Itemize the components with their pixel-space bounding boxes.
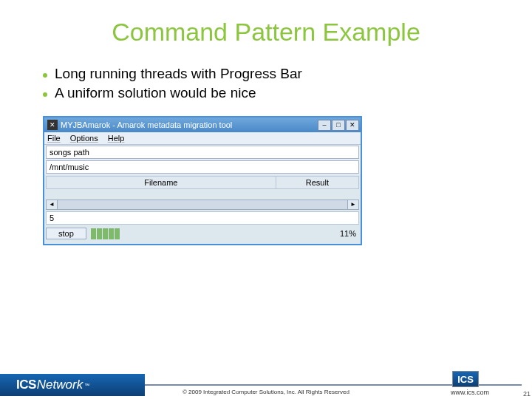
table-header: Filename Result <box>46 176 359 189</box>
menu-options[interactable]: Options <box>70 134 98 143</box>
page-number: 21 <box>523 390 531 398</box>
titlebar: ✕ MYJBAmarok - Amarok metadata migration… <box>44 117 361 132</box>
bullet-dot-icon <box>43 92 47 97</box>
bullet-dot-icon <box>43 73 47 78</box>
bullet-text: Long running threads with Progress Bar <box>55 66 302 82</box>
scroll-track[interactable] <box>58 200 347 210</box>
bullet-list: Long running threads with Progress Bar A… <box>43 66 532 101</box>
songs-path-label-input[interactable] <box>46 146 359 159</box>
column-result: Result <box>276 177 358 188</box>
scroll-left-icon[interactable]: ◄ <box>46 200 58 210</box>
stop-button[interactable]: stop <box>46 228 86 239</box>
horizontal-scrollbar[interactable]: ◄ ► <box>46 200 359 210</box>
app-window: ✕ MYJBAmarok - Amarok metadata migration… <box>43 116 362 245</box>
progress-percent: 11% <box>340 229 356 238</box>
bullet-item: Long running threads with Progress Bar <box>43 66 532 82</box>
minimize-button[interactable]: – <box>318 120 331 131</box>
footer-url: www.ics.com <box>451 389 489 396</box>
progress-bar <box>91 228 335 239</box>
app-icon: ✕ <box>47 120 58 130</box>
menubar: File Options Help <box>44 132 361 145</box>
scroll-right-icon[interactable]: ► <box>347 200 359 210</box>
count-display: 5 <box>46 211 359 225</box>
songs-path-input[interactable] <box>46 160 359 174</box>
maximize-button[interactable]: □ <box>332 120 345 131</box>
menu-help[interactable]: Help <box>108 134 125 143</box>
menu-file[interactable]: File <box>47 134 61 143</box>
slide-title: Command Pattern Example <box>0 0 532 47</box>
close-button[interactable]: ✕ <box>346 120 359 131</box>
column-filename: Filename <box>47 177 276 188</box>
ics-badge-logo: ICS <box>452 371 479 387</box>
bullet-text: A uniform solution would be nice <box>55 85 256 101</box>
trademark-icon: ™ <box>84 383 89 388</box>
window-title: MYJBAmarok - Amarok metadata migration t… <box>61 120 317 129</box>
bullet-item: A uniform solution would be nice <box>43 85 532 101</box>
slide-footer: ICSNetwork™ © 2009 Integrated Computer S… <box>0 369 532 399</box>
